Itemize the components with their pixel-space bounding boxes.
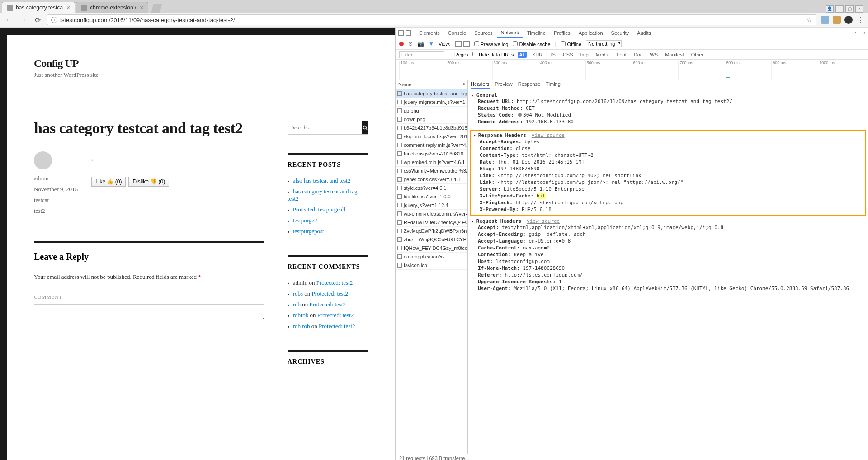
- forward-button[interactable]: →: [18, 15, 28, 25]
- record-icon[interactable]: [399, 42, 404, 46]
- inspect-icon[interactable]: [398, 30, 404, 36]
- site-info-icon[interactable]: i: [51, 17, 57, 23]
- list-item[interactable]: Protected: testpurgeall: [288, 204, 368, 215]
- list-item[interactable]: admin on Protected: test2: [288, 277, 368, 288]
- author[interactable]: admin: [34, 175, 78, 182]
- filter-img[interactable]: Img: [579, 52, 590, 58]
- search-button[interactable]: [362, 121, 368, 134]
- request-item[interactable]: genericons.css?ver=3.4.1: [396, 175, 467, 184]
- tab-timing[interactable]: Timing: [546, 81, 561, 89]
- response-headers-title[interactable]: Response Headersview source: [473, 132, 863, 138]
- close-icon[interactable]: ×: [463, 81, 466, 87]
- tab-network[interactable]: Network: [497, 28, 523, 38]
- filter-js[interactable]: JS: [548, 52, 557, 58]
- filter-font[interactable]: Font: [615, 52, 628, 58]
- comment-textarea[interactable]: [34, 304, 264, 322]
- list-item[interactable]: robrob on Protected: test2: [288, 310, 368, 321]
- filter-ws[interactable]: WS: [648, 52, 660, 58]
- extension-icon[interactable]: [844, 16, 853, 24]
- bookmark-icon[interactable]: ☆: [807, 16, 812, 23]
- general-title[interactable]: General: [472, 92, 864, 98]
- user-icon[interactable]: 👤: [826, 5, 834, 13]
- tab-response[interactable]: Response: [518, 81, 541, 89]
- tab-profiles[interactable]: Profiles: [550, 28, 574, 38]
- request-item[interactable]: ZvcMqxEwPfh2qDWBPxn6nnkd...: [396, 227, 467, 235]
- filter-media[interactable]: Media: [594, 52, 611, 58]
- request-item[interactable]: has-category-testcat-and-tag-te...: [396, 89, 467, 98]
- post-tag[interactable]: test2: [34, 207, 78, 215]
- request-item[interactable]: skip-link-focus-fix.js?ver=20160...: [396, 132, 467, 141]
- request-item[interactable]: up.png: [396, 107, 467, 115]
- more-icon[interactable]: ⋮: [853, 30, 858, 36]
- back-button[interactable]: ←: [4, 15, 14, 25]
- network-timeline[interactable]: 100 ms 200 ms 300 ms 400 ms 500 ms 600 m…: [396, 60, 868, 80]
- menu-icon[interactable]: ⋮: [857, 16, 864, 24]
- tab-timeline[interactable]: Timeline: [524, 28, 549, 38]
- list-item[interactable]: has category testcat and tag test2: [288, 186, 368, 204]
- close-icon[interactable]: ×: [66, 4, 70, 11]
- request-item[interactable]: wp-emoji-release.min.js?ver=4.6.1: [396, 210, 467, 218]
- request-item[interactable]: IQHow_FEYlDC4Gzy_m8fcoWiM...: [396, 244, 467, 253]
- list-item[interactable]: rob on Protected: test2: [288, 299, 368, 310]
- tab-console[interactable]: Console: [444, 28, 470, 38]
- close-icon[interactable]: ×: [140, 4, 143, 11]
- page-content[interactable]: Config UP Just another WordPress site ha…: [7, 35, 395, 460]
- list-item[interactable]: rob rob on Protected: test2: [288, 321, 368, 332]
- preserve-log[interactable]: Preserve log: [474, 41, 509, 47]
- filter-input[interactable]: [399, 51, 444, 58]
- request-item[interactable]: ldc-lite.css?ver=1.0.0: [396, 192, 467, 201]
- filter-xhr[interactable]: XHR: [530, 52, 544, 58]
- request-item[interactable]: style.css?ver=4.6.1: [396, 184, 467, 192]
- request-item[interactable]: jquery.js?ver=1.12.4: [396, 201, 467, 210]
- minimize-icon[interactable]: —: [835, 5, 844, 13]
- request-item[interactable]: wp-embed.min.js?ver=4.6.1: [396, 158, 467, 167]
- view-source-link[interactable]: view source: [532, 132, 565, 138]
- view-large-icon[interactable]: [455, 41, 462, 47]
- request-item[interactable]: comment-reply.min.js?ver=4.6.1: [396, 141, 467, 150]
- reload-button[interactable]: ⟳: [33, 15, 42, 25]
- device-icon[interactable]: [406, 30, 411, 36]
- request-item[interactable]: data:application/x-...: [396, 253, 467, 261]
- capture-icon[interactable]: 📷: [417, 41, 424, 47]
- devtools-close-icon[interactable]: ×: [863, 30, 865, 36]
- new-tab-button[interactable]: [151, 4, 162, 13]
- dislike-button[interactable]: Dislike 👎 (0): [128, 177, 169, 187]
- browser-tab-active[interactable]: has category testca ×: [2, 2, 75, 13]
- post-date[interactable]: November 9, 2016: [34, 186, 78, 193]
- tab-security[interactable]: Security: [608, 28, 633, 38]
- name-column-header[interactable]: Name ×: [396, 80, 467, 89]
- maximize-icon[interactable]: ▢: [845, 5, 854, 13]
- filter-doc[interactable]: Doc: [632, 52, 645, 58]
- tab-application[interactable]: Application: [575, 28, 607, 38]
- request-item[interactable]: RFda8w1V0eDZheqfcyQ4EOgd...: [396, 218, 467, 227]
- url-bar[interactable]: i lstestconfigup.com/2016/11/09/has-cate…: [47, 14, 816, 25]
- tab-elements[interactable]: Elements: [415, 28, 443, 38]
- offline-toggle[interactable]: Offline: [561, 41, 581, 47]
- tab-headers[interactable]: Headers: [471, 81, 490, 89]
- view-source-link[interactable]: view source: [527, 218, 560, 224]
- filter-other[interactable]: Other: [689, 52, 706, 58]
- like-button[interactable]: Like 👍 (0): [91, 177, 126, 187]
- filter-css[interactable]: CSS: [561, 52, 575, 58]
- list-item[interactable]: testpurgepost: [288, 226, 368, 237]
- search-input[interactable]: [288, 121, 362, 134]
- request-item[interactable]: down.png: [396, 115, 467, 124]
- tab-audits[interactable]: Audits: [633, 28, 655, 38]
- site-title[interactable]: Config UP: [34, 57, 264, 70]
- extension-icon[interactable]: [821, 16, 829, 24]
- tab-sources[interactable]: Sources: [471, 28, 496, 38]
- list-item[interactable]: robs on Protected: test2: [288, 288, 368, 299]
- post-category[interactable]: testcat: [34, 197, 78, 204]
- filter-manifest[interactable]: Manifest: [663, 52, 686, 58]
- request-item[interactable]: favicon.ico: [396, 261, 467, 270]
- filter-all[interactable]: All: [518, 52, 527, 58]
- request-item[interactable]: zhcz-_WihjSQC0oHJ9TCYPk_vA...: [396, 235, 467, 244]
- request-item[interactable]: jquery-migrate.min.js?ver=1.4.1: [396, 98, 467, 107]
- request-headers-title[interactable]: Request Headersview source: [472, 218, 864, 224]
- disable-cache[interactable]: Disable cache: [513, 41, 550, 47]
- request-item[interactable]: b642b4217b34b1e8d3bd915fc65...: [396, 124, 467, 132]
- browser-tab-inactive[interactable]: chrome-extension:/ ×: [76, 2, 148, 13]
- view-small-icon[interactable]: [463, 41, 470, 47]
- close-icon[interactable]: ×: [855, 5, 863, 13]
- hide-dataurls-toggle[interactable]: Hide data URLs: [472, 52, 514, 57]
